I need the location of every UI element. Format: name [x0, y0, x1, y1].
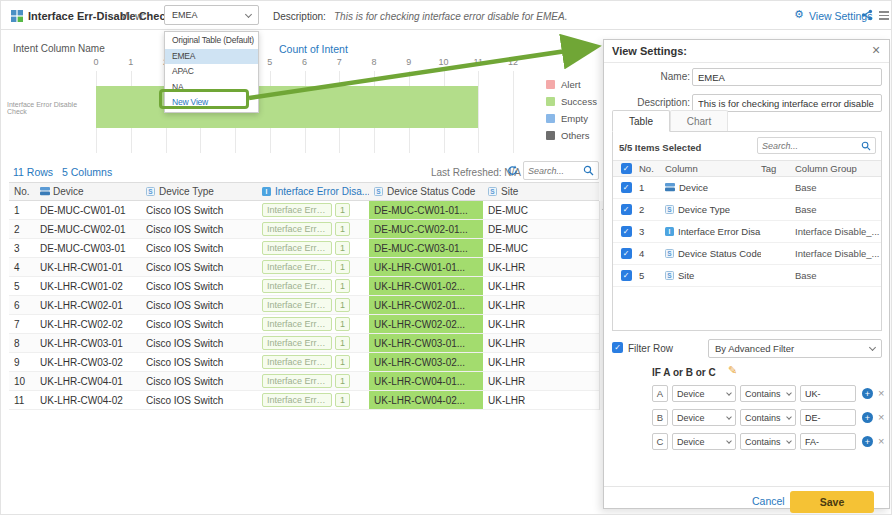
column-checkbox[interactable]: [621, 248, 632, 259]
filter-mode-select[interactable]: By Advanced Filter: [708, 339, 882, 358]
intent-count-chip[interactable]: 1: [335, 317, 350, 331]
add-condition-icon[interactable]: [862, 412, 873, 423]
table-row[interactable]: 5 UK-LHR-CW01-02 Cisco IOS Switch Interf…: [9, 277, 599, 296]
columns-list-row[interactable]: 3 Interface Error Disa... Interface Disa…: [613, 221, 881, 243]
col-header-status-code[interactable]: Device Status Code: [369, 183, 483, 200]
intent-pill[interactable]: Interface Err_disabl...: [262, 298, 332, 312]
column-checkbox[interactable]: [621, 270, 632, 281]
cancel-button[interactable]: Cancel: [752, 495, 785, 507]
condition-field-select[interactable]: Device: [672, 409, 736, 426]
columns-list-row[interactable]: 2 Device Type Base: [613, 199, 881, 221]
intent-count-chip[interactable]: 1: [335, 203, 350, 217]
columns-list-row[interactable]: 5 Site Base: [613, 265, 881, 287]
intent-pill[interactable]: Interface Err_disabl...: [262, 355, 332, 369]
condition-operator-select[interactable]: Contains: [740, 433, 796, 450]
remove-condition-icon[interactable]: [878, 411, 884, 423]
view-select[interactable]: EMEA: [164, 5, 259, 25]
condition-field-select[interactable]: Device: [672, 433, 736, 450]
col-header-intent[interactable]: Interface Error Disa...: [257, 183, 369, 200]
columns-list-row[interactable]: 4 Device Status Code Interface Disable_.…: [613, 243, 881, 265]
table-row[interactable]: 7 UK-LHR-CW02-02 Cisco IOS Switch Interf…: [9, 315, 599, 334]
condition-value-input[interactable]: [800, 433, 856, 450]
intent-pill[interactable]: Interface Err_disabl...: [262, 374, 332, 388]
column-checkbox[interactable]: [621, 226, 632, 237]
intent-pill[interactable]: Interface Err_disabl...: [262, 260, 332, 274]
table-row[interactable]: 4 UK-LHR-CW01-01 Cisco IOS Switch Interf…: [9, 258, 599, 277]
intent-pill[interactable]: Interface Err_disabl...: [262, 336, 332, 350]
condition-value-input[interactable]: [800, 409, 856, 426]
intent-pill[interactable]: Interface Err_disabl...: [262, 317, 332, 331]
intent-count-chip[interactable]: 1: [335, 355, 350, 369]
list-cell-no: 2: [639, 204, 665, 215]
condition-operator-select[interactable]: Contains: [740, 409, 796, 426]
column-checkbox[interactable]: [621, 182, 632, 193]
tab-chart[interactable]: Chart: [670, 110, 728, 132]
cell-status-code: UK-LHR-CW03-01...: [369, 334, 483, 352]
table-row[interactable]: 8 UK-LHR-CW03-01 Cisco IOS Switch Interf…: [9, 334, 599, 353]
columns-count-link[interactable]: 5 Columns: [62, 166, 112, 178]
table-row[interactable]: 10 UK-LHR-CW04-01 Cisco IOS Switch Inter…: [9, 372, 599, 391]
add-condition-icon[interactable]: [862, 436, 873, 447]
search-icon[interactable]: [861, 141, 871, 151]
col-header-site[interactable]: Site: [483, 183, 599, 200]
table-row[interactable]: 6 UK-LHR-CW02-01 Cisco IOS Switch Interf…: [9, 296, 599, 315]
view-dropdown-option[interactable]: Original Table (Default): [165, 33, 258, 49]
save-button[interactable]: Save: [790, 491, 874, 513]
intent-count-chip[interactable]: 1: [335, 374, 350, 388]
filter-condition-row: A Device Contains: [652, 385, 891, 402]
menu-icon[interactable]: [879, 11, 889, 22]
edit-expression-icon[interactable]: [728, 364, 737, 377]
col-header-no[interactable]: No.: [9, 183, 35, 200]
close-icon[interactable]: [872, 42, 880, 58]
select-all-checkbox[interactable]: [621, 163, 632, 174]
intent-count-chip[interactable]: 1: [335, 222, 350, 236]
intent-pill[interactable]: Interface Err_disabl...: [262, 393, 332, 407]
share-icon[interactable]: [861, 9, 873, 21]
tab-table[interactable]: Table: [612, 110, 670, 132]
table-row[interactable]: 11 UK-LHR-CW04-02 Cisco IOS Switch Inter…: [9, 391, 599, 410]
intent-pill[interactable]: Interface Err_disabl...: [262, 241, 332, 255]
cell-status-code: UK-LHR-CW01-01...: [369, 258, 483, 276]
cell-device-type: Cisco IOS Switch: [141, 258, 257, 276]
bar-success[interactable]: [96, 86, 478, 128]
intent-count-chip[interactable]: 1: [335, 393, 350, 407]
columns-list-row[interactable]: 1 Device Base: [613, 177, 881, 199]
rows-count-link[interactable]: 11 Rows: [13, 166, 53, 178]
view-dropdown-option[interactable]: EMEA: [165, 49, 258, 65]
condition-field-select[interactable]: Device: [672, 385, 736, 402]
table-row[interactable]: 3 DE-MUC-CW03-01 Cisco IOS Switch Interf…: [9, 239, 599, 258]
condition-key: C: [652, 433, 668, 450]
remove-condition-icon[interactable]: [878, 387, 884, 399]
gear-icon[interactable]: [794, 8, 804, 21]
refresh-icon[interactable]: [507, 165, 518, 176]
intent-pill[interactable]: Interface Err_disabl...: [262, 279, 332, 293]
name-field[interactable]: [692, 68, 882, 86]
cell-no: 3: [9, 239, 35, 257]
condition-operator-select[interactable]: Contains: [740, 385, 796, 402]
intent-count-chip[interactable]: 1: [335, 260, 350, 274]
table-row[interactable]: 2 DE-MUC-CW02-01 Cisco IOS Switch Interf…: [9, 220, 599, 239]
intent-count-chip[interactable]: 1: [335, 241, 350, 255]
col-header-device-type[interactable]: Device Type: [141, 183, 257, 200]
table-search-input[interactable]: [528, 166, 583, 176]
col-header-device[interactable]: Device: [35, 183, 141, 200]
column-checkbox[interactable]: [621, 204, 632, 215]
search-icon[interactable]: [583, 165, 594, 176]
panel-search-input[interactable]: [762, 141, 861, 151]
add-condition-icon[interactable]: [862, 388, 873, 399]
view-dropdown-option[interactable]: APAC: [165, 64, 258, 80]
table-row[interactable]: 1 DE-MUC-CW01-01 Cisco IOS Switch Interf…: [9, 201, 599, 220]
intent-pill[interactable]: Interface Err_disabl...: [262, 222, 332, 236]
intent-count-chip[interactable]: 1: [335, 298, 350, 312]
intent-count-chip[interactable]: 1: [335, 279, 350, 293]
remove-condition-icon[interactable]: [878, 435, 884, 447]
filter-row-checkbox[interactable]: [612, 342, 623, 353]
condition-field-value: Device: [677, 437, 705, 447]
cell-intent: Interface Err_disabl... 1: [257, 315, 369, 333]
cell-site: UK-LHR: [483, 391, 599, 409]
table-row[interactable]: 9 UK-LHR-CW03-02 Cisco IOS Switch Interf…: [9, 353, 599, 372]
condition-value-input[interactable]: [800, 385, 856, 402]
intent-count-chip[interactable]: 1: [335, 336, 350, 350]
intent-pill[interactable]: Interface Err_disabl...: [262, 203, 332, 217]
gridline: [513, 71, 514, 153]
